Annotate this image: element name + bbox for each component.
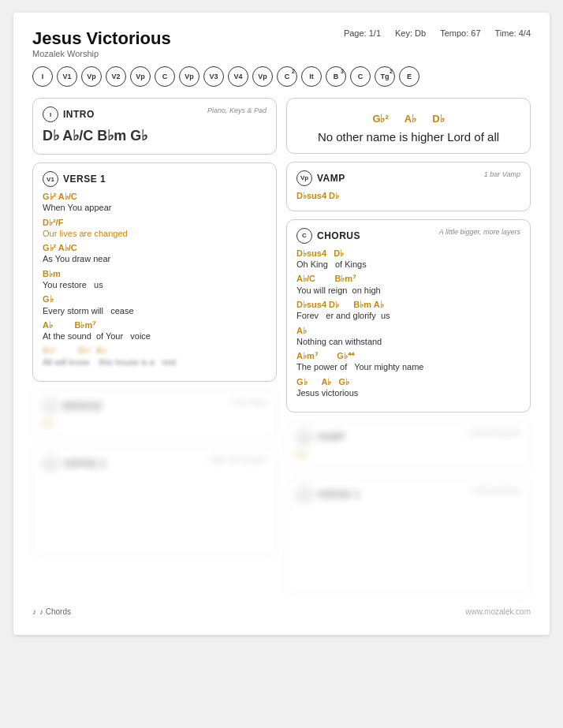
title-block: Jesus Victorious Mozalek Worship bbox=[32, 28, 171, 58]
vamp-badge: Vp bbox=[296, 170, 312, 186]
verse2-note: Adds soft sustains bbox=[209, 456, 267, 464]
verse3-section: V3 VERSE 3 Full breakdown bbox=[286, 478, 531, 596]
v1-line-2: D♭²/F Our lives are changed bbox=[43, 218, 267, 241]
verse2-badge: V2 bbox=[43, 456, 58, 472]
verse3-note: Full breakdown bbox=[472, 487, 520, 495]
vamp-note: 1 bar Vamp bbox=[484, 170, 520, 178]
pill-Vp4[interactable]: Vp bbox=[252, 66, 273, 87]
intro-badge: I bbox=[43, 106, 58, 122]
chorus-line-2: A♭/C B♭m⁷ You will reign on high bbox=[296, 274, 520, 297]
chorus-line-3: D♭sus4 D♭ B♭m A♭ Forev er and glorify us bbox=[296, 300, 520, 323]
page: Jesus Victorious Mozalek Worship Page: 1… bbox=[13, 13, 550, 635]
vamp-title: VAMP bbox=[317, 173, 345, 184]
logo-icon: ♪ bbox=[32, 607, 36, 616]
v1-line-4: B♭m You restore us bbox=[43, 269, 267, 292]
chorus-line-1: D♭sus4 D♭ Oh King of Kings bbox=[296, 248, 520, 271]
bridge-header: B BRIDGE bbox=[43, 398, 267, 414]
verse1-title: VERSE 1 bbox=[63, 174, 106, 185]
key-label: Key: Db bbox=[395, 28, 426, 38]
bridge-section: B BRIDGE 1 bar Vamp G♭ bbox=[32, 390, 277, 439]
verse3-badge: V3 bbox=[296, 487, 312, 502]
vamp2-note: 1 bar Breakdown bbox=[467, 429, 520, 437]
right-column: G♭² A♭ D♭ No other name is higher Lord o… bbox=[286, 98, 531, 596]
v1-line-3: G♭² A♭/C As You draw near bbox=[43, 243, 267, 266]
intro-right-section: G♭² A♭ D♭ No other name is higher Lord o… bbox=[286, 98, 531, 154]
verse3-header: V3 VERSE 3 bbox=[296, 487, 520, 502]
vamp2-section: Vp VAMP 1 bar Breakdown G♭ bbox=[286, 420, 531, 470]
pill-C[interactable]: C bbox=[155, 66, 175, 87]
pill-V3[interactable]: V3 bbox=[203, 66, 224, 87]
pill-V4[interactable]: V4 bbox=[228, 66, 248, 87]
v1-line-6: A♭ B♭m⁷ At the sound of Your voice bbox=[43, 320, 267, 343]
vamp-chords: D♭sus4 D♭ bbox=[296, 191, 520, 201]
time-label: Time: 4/4 bbox=[495, 28, 531, 38]
v1-line-5: G♭ Every storm will cease bbox=[43, 294, 267, 317]
chorus-section: C CHORUS A little bigger, more layers D♭… bbox=[286, 219, 531, 413]
verse3-title: VERSE 3 bbox=[317, 489, 360, 500]
vamp-section: Vp VAMP 1 bar Vamp D♭sus4 D♭ bbox=[286, 162, 531, 211]
intro-chord-ab: A♭ bbox=[405, 113, 416, 125]
pill-E[interactable]: E bbox=[399, 66, 419, 87]
vamp2-badge: Vp bbox=[296, 429, 312, 445]
verse2-header: V2 VERSE 2 bbox=[43, 456, 267, 472]
left-column: I INTRO Piano, Keys & Pad D♭ A♭/C B♭m G♭… bbox=[32, 98, 277, 596]
pill-C3[interactable]: C bbox=[350, 66, 371, 87]
v1-line-7: G♭¹ G♭¹ A♭ All will know this house is a… bbox=[43, 345, 267, 368]
verse1-badge: V1 bbox=[43, 171, 58, 187]
intro-chord-db: D♭ bbox=[432, 113, 444, 125]
chorus-note: A little bigger, more layers bbox=[439, 228, 520, 236]
song-title: Jesus Victorious bbox=[32, 28, 171, 49]
verse2-section: V2 VERSE 2 Adds soft sustains bbox=[32, 447, 277, 558]
main-columns: I INTRO Piano, Keys & Pad D♭ A♭/C B♭m G♭… bbox=[32, 98, 531, 596]
bridge-title: BRIDGE bbox=[63, 401, 103, 412]
header: Jesus Victorious Mozalek Worship Page: 1… bbox=[32, 28, 531, 58]
intro-section: I INTRO Piano, Keys & Pad D♭ A♭/C B♭m G♭ bbox=[32, 98, 277, 155]
logo-text: ♪ Chords bbox=[39, 607, 71, 616]
meta-block: Page: 1/1 Key: Db Tempo: 67 Time: 4/4 bbox=[344, 28, 531, 38]
intro-chords: D♭ A♭/C B♭m G♭ bbox=[43, 127, 267, 144]
page-label: Page: 1/1 bbox=[344, 28, 381, 38]
footer-logo: ♪ ♪ Chords bbox=[32, 607, 71, 616]
vamp2-title: VAMP bbox=[317, 431, 345, 442]
bridge-note: 1 bar Vamp bbox=[230, 398, 267, 406]
chorus-title: CHORUS bbox=[317, 230, 360, 241]
page-meta: Page: 1/1 bbox=[344, 28, 381, 38]
pill-C2[interactable]: C2 bbox=[277, 66, 297, 87]
chorus-badge: C bbox=[296, 228, 312, 244]
nav-pills: I V1 Vp V2 Vp C Vp V3 V4 Vp C2 It B3 C T… bbox=[32, 66, 531, 87]
pill-V2[interactable]: V2 bbox=[106, 66, 126, 87]
time-meta: Time: 4/4 bbox=[495, 28, 531, 38]
vamp2-header: Vp VAMP bbox=[296, 429, 520, 445]
pill-Vp1[interactable]: Vp bbox=[81, 66, 102, 87]
pill-Vp3[interactable]: Vp bbox=[179, 66, 199, 87]
tempo-label: Tempo: 67 bbox=[440, 28, 480, 38]
chorus-line-5: A♭m⁷ G♭⁴⁴ The power of Your mighty name bbox=[296, 351, 520, 374]
intro-note: Piano, Keys & Pad bbox=[207, 106, 267, 114]
bridge-badge: B bbox=[43, 398, 58, 414]
pill-B3[interactable]: B3 bbox=[326, 66, 346, 87]
intro-chord-gb: G♭² bbox=[372, 113, 388, 125]
verse1-header: V1 VERSE 1 bbox=[43, 171, 267, 187]
artist: Mozalek Worship bbox=[32, 49, 171, 58]
intro-right-lyric: No other name is higher Lord of all bbox=[296, 130, 520, 144]
pill-It[interactable]: It bbox=[301, 66, 322, 87]
pill-Tg2[interactable]: Tg2 bbox=[375, 66, 395, 87]
verse2-title: VERSE 2 bbox=[63, 458, 106, 469]
pill-I[interactable]: I bbox=[32, 66, 53, 87]
intro-title: INTRO bbox=[63, 109, 95, 120]
chorus-line-4: A♭ Nothing can withstand bbox=[296, 326, 520, 349]
verse1-section: V1 VERSE 1 G♭² A♭/C When You appear D♭²/… bbox=[32, 162, 277, 382]
footer: ♪ ♪ Chords www.mozalek.com bbox=[32, 607, 531, 616]
tempo-meta: Tempo: 67 bbox=[440, 28, 480, 38]
key-meta: Key: Db bbox=[395, 28, 426, 38]
footer-url: www.mozalek.com bbox=[465, 607, 531, 616]
pill-Vp2[interactable]: Vp bbox=[130, 66, 151, 87]
v1-line-1: G♭² A♭/C When You appear bbox=[43, 192, 267, 215]
chorus-line-6: G♭ A♭ G♭ Jesus victorious bbox=[296, 377, 520, 400]
pill-V1[interactable]: V1 bbox=[57, 66, 77, 87]
